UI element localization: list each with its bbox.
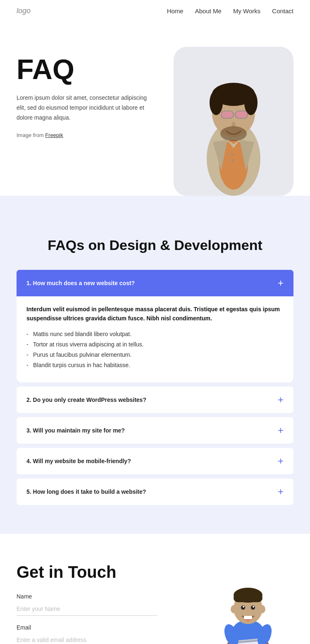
svg-point-27 xyxy=(259,605,265,613)
faq-item-5: 5. How long does it take to build a webs… xyxy=(17,478,293,505)
faq-question-3[interactable]: 3. Will you maintain my site for me? + xyxy=(17,417,293,444)
svg-point-4 xyxy=(210,90,223,115)
nav-contact[interactable]: Contact xyxy=(272,7,293,14)
list-item: Blandit turpis cursus in hac habitasse. xyxy=(26,360,284,370)
faq-question-text-4: 4. Will my website be mobile-friendly? xyxy=(26,458,131,464)
faq-question-text-1: 1. How much does a new website cost? xyxy=(26,280,135,286)
faq-item-1: 1. How much does a new website cost? + I… xyxy=(17,270,293,382)
faq-plus-icon-4: + xyxy=(278,456,284,466)
faq-item-3: 3. Will you maintain my site for me? + xyxy=(17,417,293,444)
svg-point-15 xyxy=(231,159,234,162)
email-input[interactable] xyxy=(17,633,157,644)
list-item: Mattis nunc sed blandit libero volutpat. xyxy=(26,329,284,339)
contact-heading: Get in Touch xyxy=(17,563,157,582)
nav-home[interactable]: Home xyxy=(167,7,184,14)
faq-heading: FAQs on Design & Development xyxy=(17,237,293,253)
svg-point-5 xyxy=(244,90,258,115)
faq-question-2[interactable]: 2. Do you only create WordPress websites… xyxy=(17,387,293,413)
hero-text: FAQ Lorem ipsum dolor sit amet, consecte… xyxy=(17,47,157,148)
email-field-group: Email xyxy=(17,624,157,644)
svg-point-31 xyxy=(253,606,254,608)
faq-plus-icon-2: + xyxy=(278,395,284,405)
faq-question-text-3: 3. Will you maintain my site for me? xyxy=(26,427,125,434)
faq-question-4[interactable]: 4. Will my website be mobile-friendly? + xyxy=(17,448,293,474)
faq-question-text-2: 2. Do you only create WordPress websites… xyxy=(26,396,146,403)
faq-plus-icon-1: + xyxy=(278,278,284,288)
contact-section: Get in Touch Name Email SUBMIT Image fro… xyxy=(0,534,310,644)
name-input[interactable] xyxy=(17,602,157,616)
faq-question-5[interactable]: 5. How long does it take to build a webs… xyxy=(17,478,293,505)
list-item: Tortor at risus viverra adipiscing at in… xyxy=(26,339,284,350)
contact-person-illustration xyxy=(207,563,289,644)
logo: logo xyxy=(17,7,31,15)
email-label: Email xyxy=(17,624,157,631)
svg-rect-33 xyxy=(244,616,252,619)
hero-image xyxy=(174,47,293,196)
faq-answer-bold-1: Interdum velit euismod in pellentesque m… xyxy=(26,305,284,323)
freepik-link[interactable]: Freepik xyxy=(45,132,63,138)
hero-title: FAQ xyxy=(17,55,157,83)
faq-answer-list-1: Mattis nunc sed blandit libero volutpat.… xyxy=(26,329,284,371)
nav-links: Home About Me My Works Contact xyxy=(167,7,293,14)
svg-rect-25 xyxy=(234,594,262,602)
nav-about[interactable]: About Me xyxy=(195,7,222,14)
faq-question-1[interactable]: 1. How much does a new website cost? + xyxy=(17,270,293,296)
svg-point-26 xyxy=(231,605,237,613)
faq-section: FAQs on Design & Development 1. How much… xyxy=(0,212,310,534)
hero-person-illustration xyxy=(188,63,279,196)
nav-works[interactable]: My Works xyxy=(233,7,260,14)
name-field-group: Name xyxy=(17,593,157,616)
svg-rect-7 xyxy=(235,111,248,118)
contact-illustration xyxy=(203,563,293,644)
faq-plus-icon-5: + xyxy=(278,487,284,497)
contact-form-wrap: Get in Touch Name Email SUBMIT Image fro… xyxy=(17,563,157,644)
hero-description: Lorem ipsum dolor sit amet, consectetur … xyxy=(17,93,157,123)
faq-question-text-5: 5. How long does it take to build a webs… xyxy=(26,488,146,495)
svg-point-30 xyxy=(243,606,244,608)
faq-list: 1. How much does a new website cost? + I… xyxy=(17,270,293,509)
svg-point-10 xyxy=(220,126,247,141)
svg-rect-6 xyxy=(221,111,234,118)
faq-answer-1: Interdum velit euismod in pellentesque m… xyxy=(17,296,293,382)
faq-plus-icon-3: + xyxy=(278,425,284,435)
faq-item-2: 2. Do you only create WordPress websites… xyxy=(17,387,293,413)
name-label: Name xyxy=(17,593,157,600)
faq-item-4: 4. Will my website be mobile-friendly? + xyxy=(17,448,293,474)
svg-point-14 xyxy=(231,153,234,156)
hero-section: FAQ Lorem ipsum dolor sit amet, consecte… xyxy=(0,22,310,196)
list-item: Purus ut faucibus pulvinar elementum. xyxy=(26,350,284,360)
hero-image-credit: Image from Freepik xyxy=(17,131,157,140)
navbar: logo Home About Me My Works Contact xyxy=(0,0,310,22)
